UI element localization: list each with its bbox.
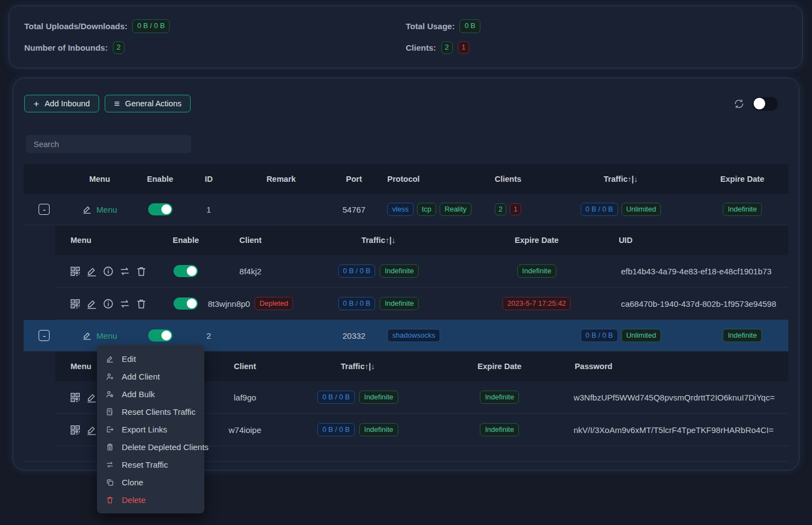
header-port: Port: [331, 175, 377, 183]
traffic-tag: 0 B / 0 B: [317, 423, 355, 437]
edit-pencil-icon[interactable]: [86, 298, 98, 310]
dark-mode-toggle[interactable]: [753, 97, 778, 111]
delete-icon[interactable]: [136, 298, 147, 310]
edit-pencil-icon[interactable]: [86, 424, 98, 436]
delete-depleted-clients-icon: [106, 443, 114, 451]
edit-pencil-icon[interactable]: [86, 266, 98, 277]
client-uid: ca68470b-1940-437d-802b-1f9573e94598: [605, 299, 788, 308]
plus-icon: +: [34, 99, 39, 109]
menu-item-edit[interactable]: Edit: [97, 350, 204, 367]
traffic-total-tag: Indefinite: [359, 423, 398, 437]
client-traffic-cell: 0 B / 0 B Indefinite: [289, 264, 468, 278]
traffic-total-tag: Unlimited: [621, 329, 661, 343]
inbounds-table-header: Menu Enable ID Remark Port Protocol Clie…: [24, 164, 788, 194]
header-traffic[interactable]: Traffic↑|↓: [289, 236, 468, 245]
client-name: w74ioipe: [212, 425, 278, 435]
protocol-tag: vless: [387, 203, 414, 217]
header-remark: Remark: [231, 175, 331, 183]
general-actions-label: General Actions: [125, 99, 181, 108]
clients-table-1: Menu Enable Client Traffic↑|↓ Expire Dat…: [55, 225, 788, 320]
menu-item-clone[interactable]: Clone: [97, 473, 204, 491]
stat-usage-value: 0 B: [459, 19, 480, 33]
header-expire-date: Expire Date: [696, 175, 788, 183]
reset-clients-traffic-icon: [106, 408, 114, 416]
header-menu: Menu: [65, 175, 134, 183]
inbound-menu-label: Menu: [96, 205, 117, 214]
client-name-cell: 8t3wjnn8p0 Depleted: [212, 297, 289, 311]
client-enable-toggle[interactable]: [174, 297, 198, 310]
add-inbound-label: Add Inbound: [45, 99, 90, 108]
stat-clients-active-badge: 2: [441, 41, 453, 54]
menu-item-add-client[interactable]: Add Client: [97, 367, 204, 385]
client-expire-cell: Indefinite: [468, 264, 605, 278]
header-traffic[interactable]: Traffic↑|↓: [545, 175, 697, 183]
inbound-expire-cell: Indefinite: [696, 203, 788, 217]
refresh-icon[interactable]: [734, 99, 744, 109]
protocol-tag: tcp: [417, 203, 436, 217]
menu-item-add-bulk[interactable]: Add Bulk: [97, 385, 204, 403]
stat-inbounds-value: 2: [113, 41, 124, 54]
header-id: ID: [186, 175, 232, 183]
qr-code-icon[interactable]: [69, 392, 81, 403]
client-traffic-cell: 0 B / 0 B Indefinite: [278, 423, 438, 437]
add-inbound-button[interactable]: + Add Inbound: [24, 95, 99, 112]
client-password: w3NfbzUPf5WWd745Q8pvsmQrdrttT2IO6knuI7Di…: [561, 393, 788, 402]
stat-uploads-downloads: Total Uploads/Downloads: 0 B / 0 B: [24, 19, 406, 33]
edit-pencil-icon[interactable]: [86, 392, 98, 403]
stat-uploads-value: 0 B / 0 B: [132, 19, 170, 33]
client-uid: efb14b43-4a79-4e83-ef18-e48cf1901b73: [605, 267, 788, 276]
enable-toggle[interactable]: [148, 203, 172, 215]
traffic-tag: 0 B / 0 B: [317, 391, 355, 404]
menu-item-reset-traffic[interactable]: Reset Traffic: [97, 456, 204, 473]
inbound-expire-cell: Indefinite: [696, 329, 788, 343]
client-row: 8f4kj2 0 B / 0 B Indefinite Indefinite e…: [55, 255, 788, 288]
general-actions-button[interactable]: ≡ General Actions: [105, 95, 191, 112]
stat-clients-depleted-badge: 1: [458, 41, 469, 54]
enable-toggle[interactable]: [148, 329, 172, 342]
header-enable: Enable: [160, 236, 212, 245]
client-actions: [55, 298, 160, 310]
inbound-id: 2: [186, 331, 232, 340]
traffic-tag: 0 B / 0 B: [581, 329, 618, 343]
clone-icon: [106, 478, 114, 486]
info-icon[interactable]: [102, 266, 114, 277]
toggle-knob: [754, 98, 765, 110]
toolbar: + Add Inbound ≡ General Actions: [24, 95, 788, 112]
traffic-total-tag: Unlimited: [621, 203, 661, 217]
qr-code-icon[interactable]: [69, 424, 81, 436]
expire-tag: Indefinite: [480, 391, 519, 404]
inbound-traffic-cell: 0 B / 0 B Unlimited: [545, 203, 697, 217]
menu-item-delete-depleted-clients[interactable]: Delete Depleted Clients: [97, 438, 204, 456]
qr-code-icon[interactable]: [69, 298, 81, 310]
traffic-total-tag: Indefinite: [380, 297, 419, 311]
qr-code-icon[interactable]: [69, 266, 81, 277]
header-traffic[interactable]: Traffic↑|↓: [278, 362, 438, 371]
collapse-row-button[interactable]: -: [39, 204, 50, 215]
client-expire-cell: 2023-5-7 17:25:42: [468, 297, 605, 311]
header-password: Password: [561, 362, 788, 371]
delete-icon[interactable]: [136, 266, 147, 277]
info-icon[interactable]: [102, 298, 114, 310]
search-input[interactable]: [26, 135, 191, 153]
inbound-protocol-tags: shadowsocks: [377, 329, 471, 343]
client-enable-toggle[interactable]: [174, 265, 198, 277]
menu-item-export-links[interactable]: Export Links: [97, 420, 204, 438]
header-protocol: Protocol: [377, 175, 471, 183]
protocol-tag: Reality: [440, 203, 472, 217]
expire-tag: Indefinite: [480, 423, 519, 437]
stat-uploads-label: Total Uploads/Downloads:: [24, 21, 127, 31]
collapse-row-button[interactable]: -: [39, 330, 50, 341]
inbound-row-1: - Menu 1 54767 vless tcp Reality 2 1: [24, 194, 788, 225]
inbound-clients-badges: 2 1: [471, 203, 545, 216]
inbound-menu-button[interactable]: Menu: [82, 204, 117, 214]
inbound-menu-label: Menu: [96, 331, 117, 340]
reset-traffic-icon[interactable]: [119, 298, 131, 310]
traffic-total-tag: Indefinite: [380, 264, 419, 278]
menu-item-delete[interactable]: Delete: [97, 491, 204, 508]
menu-item-reset-clients-traffic[interactable]: Reset Clients Traffic: [97, 403, 204, 420]
stat-number-of-inbounds: Number of Inbounds: 2: [24, 41, 406, 54]
reset-traffic-icon[interactable]: [119, 266, 131, 277]
stat-usage-label: Total Usage:: [406, 21, 455, 31]
client-name: laf9go: [212, 393, 278, 402]
inbound-menu-button[interactable]: Menu: [82, 331, 117, 340]
